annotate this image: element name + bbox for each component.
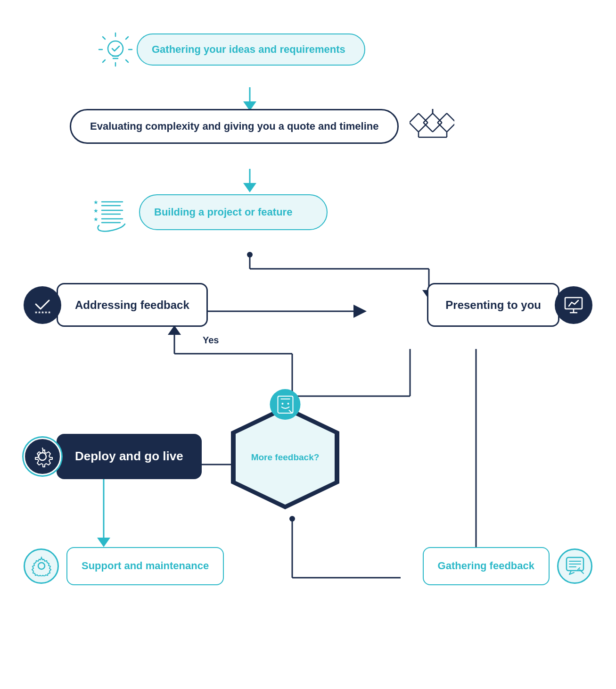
connector-lines xyxy=(0,0,616,689)
deploy-wrapper: Deploy and go live xyxy=(24,434,202,479)
svg-text:★★★★★: ★★★★★ xyxy=(34,310,51,315)
diagram-icon xyxy=(408,108,455,145)
step1-wrapper: Gathering your ideas and requirements xyxy=(94,28,365,71)
gather-label: Gathering feedback xyxy=(438,559,534,573)
svg-line-35 xyxy=(103,37,105,39)
support-wrapper: Support and maintenance xyxy=(24,547,224,585)
svg-point-26 xyxy=(289,516,295,522)
deploy-label: Deploy and go live xyxy=(75,448,183,465)
svg-marker-20 xyxy=(97,538,110,547)
svg-rect-44 xyxy=(437,113,454,132)
lightbulb-icon xyxy=(94,28,137,71)
presenting-wrapper: Presenting to you xyxy=(427,283,592,327)
support-label: Support and maintenance xyxy=(82,559,209,573)
support-box: Support and maintenance xyxy=(66,547,224,585)
step3-label: Building a project or feature xyxy=(154,206,308,219)
presentation-icon xyxy=(555,286,592,324)
gather-wrapper: Gathering feedback xyxy=(423,547,592,585)
check-stars-icon: ★★★★★ xyxy=(24,286,61,324)
addressing-wrapper: ★★★★★ Addressing feedback xyxy=(24,283,208,327)
svg-point-69 xyxy=(39,453,46,460)
deploy-box: Deploy and go live xyxy=(57,434,202,479)
yes-label: Yes xyxy=(203,335,219,346)
svg-line-38 xyxy=(103,60,105,62)
more-feedback-wrapper: More feedback? xyxy=(231,406,339,509)
step2-box: Evaluating complexity and giving you a q… xyxy=(70,109,399,144)
svg-line-36 xyxy=(126,60,128,62)
diagram-container: Gathering your ideas and requirements Ev… xyxy=(0,0,616,689)
feedback-faces-icon xyxy=(270,389,301,420)
svg-line-37 xyxy=(126,37,128,39)
svg-rect-42 xyxy=(410,113,428,132)
more-feedback-label: More feedback? xyxy=(251,452,320,464)
step2-wrapper: Evaluating complexity and giving you a q… xyxy=(70,108,455,145)
presenting-box: Presenting to you xyxy=(427,283,559,327)
svg-text:★: ★ xyxy=(93,199,99,206)
svg-point-39 xyxy=(108,41,123,56)
svg-text:★: ★ xyxy=(93,208,99,214)
step1-box: Gathering your ideas and requirements xyxy=(137,33,365,66)
chat-icon xyxy=(557,548,592,584)
svg-point-4 xyxy=(247,252,253,257)
step3-box: Building a project or feature xyxy=(139,194,328,231)
addressing-label: Addressing feedback xyxy=(75,298,189,312)
gather-box: Gathering feedback xyxy=(423,547,550,585)
svg-point-70 xyxy=(38,563,45,569)
svg-rect-43 xyxy=(423,113,442,132)
svg-marker-11 xyxy=(353,305,367,318)
checklist-icon: ★ ★ ★ xyxy=(87,189,139,236)
svg-point-65 xyxy=(281,403,283,405)
presenting-label: Presenting to you xyxy=(445,298,541,312)
addressing-box: Addressing feedback xyxy=(57,283,208,327)
hexagon-inner: More feedback? xyxy=(236,410,335,505)
gear-icon xyxy=(24,548,59,584)
step2-label: Evaluating complexity and giving you a q… xyxy=(90,120,378,133)
step1-label: Gathering your ideas and requirements xyxy=(152,43,345,57)
svg-text:★: ★ xyxy=(93,216,99,223)
settings-icon xyxy=(24,438,61,475)
svg-point-66 xyxy=(287,403,289,405)
hexagon-border: More feedback? xyxy=(231,406,339,509)
step3-wrapper: ★ ★ ★ Building a project or feature xyxy=(87,189,328,236)
